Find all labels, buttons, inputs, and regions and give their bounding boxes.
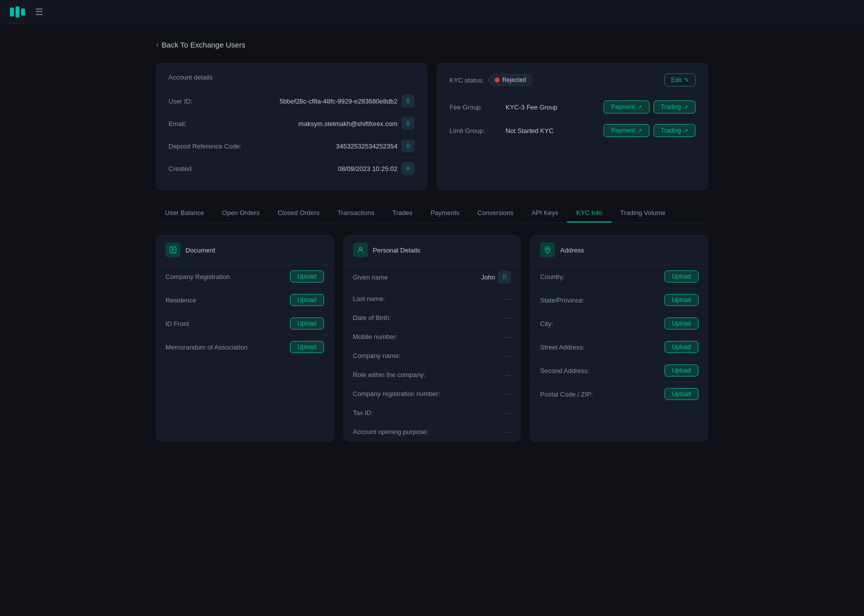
tab-payments[interactable]: Payments	[422, 204, 468, 222]
back-link[interactable]: ‹ Back To Exchange Users	[156, 40, 708, 49]
second-address-field: Second Address: Upload	[531, 359, 708, 382]
limit-group-value: Not Started KYC	[506, 127, 598, 134]
user-id-value: 5bbef28c-cf8a-48fc-9929-e283680e8db2 ⎘	[280, 94, 414, 108]
main-content: ‹ Back To Exchange Users Account details…	[132, 24, 732, 458]
tab-trades[interactable]: Trades	[384, 204, 422, 222]
tab-trading-volume[interactable]: Trading Volume	[612, 204, 675, 222]
postal-code-upload-button[interactable]: Upload	[664, 388, 698, 400]
tax-id-value: ---	[504, 409, 511, 416]
city-label: City:	[540, 320, 553, 328]
trading-details-card: KYC status: Rejected Edit ✎ Fee Group: K…	[437, 63, 708, 190]
copy-given-name-button[interactable]: ⎘	[498, 270, 511, 284]
tax-id-label: Tax ID:	[353, 409, 373, 416]
mobile-field: Mobile number: ---	[344, 328, 520, 346]
company-registration-label: Company Registration	[166, 273, 230, 280]
personal-details-icon	[353, 242, 368, 258]
external-link-icon: ↗	[638, 128, 642, 134]
address-card-title: Address	[560, 246, 584, 254]
city-upload-button[interactable]: Upload	[664, 318, 698, 330]
tab-user-balance[interactable]: User Balance	[156, 204, 213, 222]
tab-closed-orders[interactable]: Closed Orders	[268, 204, 328, 222]
back-link-label: Back To Exchange Users	[162, 40, 245, 49]
second-address-label: Second Address:	[540, 367, 589, 374]
external-link-icon: ↗	[684, 104, 688, 110]
company-name-field: Company name: ---	[344, 346, 520, 366]
dob-label: Date of Birth:	[353, 314, 391, 322]
state-upload-button[interactable]: Upload	[664, 294, 698, 306]
given-name-field: Given name John ⎘	[344, 265, 520, 290]
role-value: ---	[504, 371, 511, 378]
external-link-icon: ↗	[638, 104, 642, 110]
address-card-icon	[540, 242, 555, 258]
company-reg-number-label: Company registration number:	[353, 390, 440, 398]
document-card-header: Document	[156, 236, 333, 265]
edit-button[interactable]: Edit ✎	[664, 74, 696, 86]
role-field: Role within the company: ---	[344, 366, 520, 384]
fee-group-trading-button[interactable]: Trading ↗	[654, 100, 696, 114]
topnav: ☰	[0, 0, 864, 24]
company-registration-field: Company Registration Upload	[156, 265, 333, 288]
memorandum-label: Memorandum of Association	[166, 344, 248, 351]
copy-deposit-ref-button[interactable]: ⎘	[402, 140, 414, 152]
logo	[10, 6, 25, 18]
second-address-upload-button[interactable]: Upload	[664, 364, 698, 376]
id-front-upload-button[interactable]: Upload	[290, 318, 324, 330]
company-registration-upload-button[interactable]: Upload	[290, 270, 324, 282]
copy-email-button[interactable]: ⎘	[402, 117, 414, 130]
limit-group-payment-button[interactable]: Payment ↗	[604, 124, 649, 137]
tab-api-keys[interactable]: API Keys	[522, 204, 567, 222]
fee-group-payment-button[interactable]: Payment ↗	[604, 100, 649, 114]
kyc-header: KYC status: Rejected Edit ✎	[450, 74, 696, 86]
copy-created-button[interactable]: ⎘	[402, 162, 414, 175]
deposit-ref-label: Deposit Reference Code:	[168, 142, 242, 150]
fee-group-row: Fee Group: KYC-3 Fee Group Payment ↗ Tra…	[450, 96, 696, 119]
document-card-title: Document	[186, 246, 215, 254]
kyc-status-row: KYC status: Rejected	[450, 74, 532, 86]
kyc-status-badge: Rejected	[488, 74, 532, 86]
dob-field: Date of Birth: ---	[344, 308, 520, 328]
copy-user-id-button[interactable]: ⎘	[402, 94, 414, 108]
limit-group-label: Limit Group:	[450, 127, 500, 134]
hamburger-icon[interactable]: ☰	[35, 6, 43, 18]
external-link-icon: ↗	[684, 128, 688, 134]
postal-code-field: Postal Code / ZIP: Upload	[531, 382, 708, 406]
postal-code-label: Postal Code / ZIP:	[540, 390, 593, 398]
last-name-field: Last name: ---	[344, 290, 520, 308]
fee-group-label: Fee Group:	[450, 104, 500, 111]
given-name-label: Given name	[353, 274, 388, 281]
account-purpose-label: Account opening purpose:	[353, 428, 428, 436]
edit-icon: ✎	[684, 76, 689, 84]
residence-upload-button[interactable]: Upload	[290, 294, 324, 306]
street-upload-button[interactable]: Upload	[664, 341, 698, 353]
company-reg-number-value: ---	[504, 390, 511, 398]
tabs: User Balance Open Orders Closed Orders T…	[156, 204, 708, 223]
residence-label: Residence	[166, 296, 196, 304]
id-front-label: ID Front	[166, 320, 189, 328]
limit-group-row: Limit Group: Not Started KYC Payment ↗ T…	[450, 119, 696, 142]
tab-transactions[interactable]: Transactions	[328, 204, 384, 222]
created-value: 08/09/2023 10:25:02 ⎘	[338, 162, 414, 175]
email-value: maksym.stelmakh@shiftforex.com ⎘	[298, 117, 414, 130]
personal-details-title: Personal Details	[373, 246, 420, 254]
tax-id-field: Tax ID: ---	[344, 404, 520, 422]
last-name-value: ---	[504, 295, 511, 302]
tab-open-orders[interactable]: Open Orders	[213, 204, 268, 222]
account-details-title: Account details	[168, 74, 414, 81]
id-front-field: ID Front Upload	[156, 312, 333, 336]
limit-group-trading-button[interactable]: Trading ↗	[654, 124, 696, 137]
country-upload-button[interactable]: Upload	[664, 270, 698, 282]
residence-field: Residence Upload	[156, 288, 333, 312]
svg-point-2	[547, 248, 548, 250]
document-card-icon	[166, 242, 180, 258]
memorandum-field: Memorandum of Association Upload	[156, 336, 333, 358]
field-created: Created 08/09/2023 10:25:02 ⎘	[168, 158, 414, 180]
memorandum-upload-button[interactable]: Upload	[290, 341, 324, 353]
tab-conversions[interactable]: Conversions	[468, 204, 522, 222]
city-field: City: Upload	[531, 312, 708, 336]
created-label: Created	[168, 165, 192, 172]
kyc-grid: Document Company Registration Upload Res…	[156, 235, 708, 442]
given-name-value: John ⎘	[481, 270, 511, 284]
tab-kyc-info[interactable]: KYC Info	[567, 204, 611, 222]
company-name-label: Company name:	[353, 352, 400, 360]
cards-row: Account details User ID: 5bbef28c-cf8a-4…	[156, 63, 708, 190]
